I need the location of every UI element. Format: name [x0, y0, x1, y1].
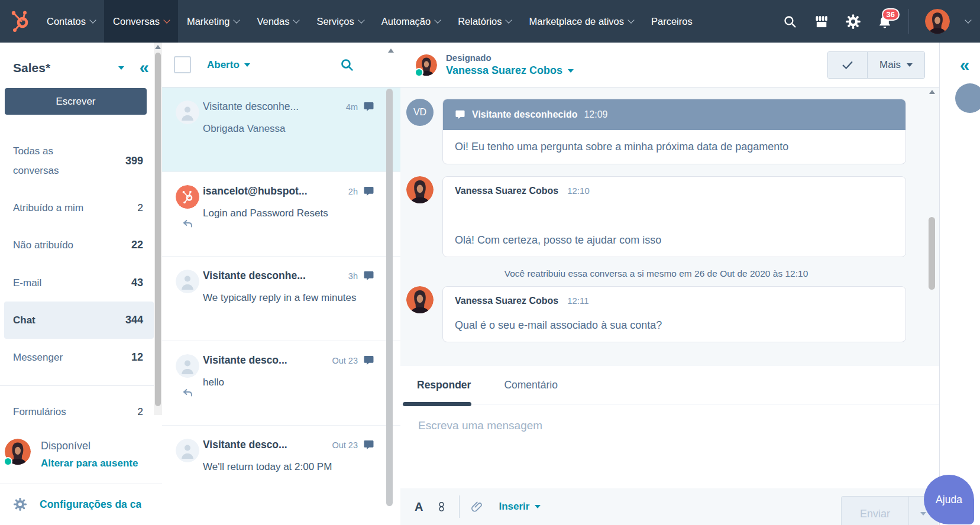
filter-assigned-to-me[interactable]: Atribuído a mim 2 — [0, 189, 162, 226]
nav-item-contatos[interactable]: Contatos — [38, 0, 104, 43]
nav-item-marketing[interactable]: Marketing — [178, 0, 248, 43]
agent-message: Vanessa Suarez Cobos 12:10 Olá! Com cert… — [406, 176, 906, 257]
conversation-name: Visitante desco... — [203, 354, 326, 367]
marketplace-icon[interactable] — [813, 14, 829, 30]
scroll-up-arrow-icon[interactable] — [155, 45, 161, 49]
conversation-time: 4m — [346, 102, 358, 112]
thread-scrollbar-thumb[interactable] — [929, 217, 935, 290]
status-filter-dropdown[interactable]: Aberto — [207, 59, 250, 71]
conversation-preview: hello — [203, 374, 374, 390]
inbox-settings-row: Configurações da ca — [0, 484, 162, 511]
tab-responder[interactable]: Responder — [417, 379, 471, 391]
chevron-down-icon — [163, 17, 170, 23]
conversation-list-scrollbar-thumb[interactable] — [386, 89, 393, 506]
message-sender: Vanessa Suarez Cobos — [455, 186, 558, 196]
chevron-down-icon — [628, 17, 634, 23]
sidebar-scrollbar-thumb[interactable] — [155, 53, 161, 406]
search-conversations-icon[interactable] — [339, 57, 354, 72]
search-icon[interactable] — [782, 14, 797, 29]
message-time: 12:09 — [584, 109, 607, 120]
workspace-title: Sales* — [13, 61, 50, 75]
assignee-dropdown[interactable]: Vanessa Suarez Cobos — [446, 64, 574, 77]
link-icon[interactable] — [436, 500, 447, 513]
tab-comentario[interactable]: Comentário — [504, 379, 557, 391]
insert-dropdown[interactable]: Inserir — [499, 501, 541, 513]
settings-gear-icon[interactable] — [845, 14, 861, 30]
scroll-up-arrow-icon[interactable] — [388, 48, 394, 53]
caret-down-icon — [244, 63, 250, 67]
attachment-paperclip-icon[interactable] — [471, 500, 484, 513]
send-button[interactable]: Enviar — [842, 497, 908, 525]
nav-item-marketplace[interactable]: Marketplace de ativos — [520, 0, 642, 43]
message-sender: Visitante desconhecido — [472, 109, 577, 120]
scroll-up-arrow-icon[interactable] — [929, 90, 935, 94]
nav-item-parceiros[interactable]: Parceiros — [642, 0, 697, 43]
panel-collapse-icon[interactable]: « — [940, 43, 980, 74]
conversation-list-item[interactable]: Visitante desconhe... 3h We typically re… — [162, 257, 400, 341]
filter-email[interactable]: E-mail 43 — [0, 264, 162, 302]
send-button-group: Enviar — [841, 496, 937, 525]
visitor-initials-avatar: VD — [406, 99, 434, 126]
filter-chat[interactable]: Chat 344 — [4, 302, 154, 339]
agent-avatar — [406, 286, 434, 313]
message-time: 12:11 — [567, 296, 588, 306]
compose-button[interactable]: Escrever — [5, 88, 147, 115]
chevron-down-icon — [358, 17, 364, 23]
filter-all-conversations[interactable]: Todas as conversas 399 — [0, 132, 162, 189]
settings-gear-icon — [13, 497, 27, 511]
caret-down-icon — [907, 63, 913, 67]
sidebar-collapse-icon[interactable]: « — [140, 59, 148, 76]
user-avatar[interactable] — [925, 9, 950, 34]
availability-toggle-link[interactable]: Alterar para ausente — [41, 458, 138, 469]
chat-bubble-icon — [363, 270, 374, 281]
chevron-down-icon — [506, 17, 512, 23]
nav-divider — [908, 9, 909, 34]
chevron-down-icon[interactable] — [965, 17, 971, 23]
nav-item-vendas[interactable]: Vendas — [248, 0, 308, 43]
notification-count-badge: 36 — [882, 8, 900, 21]
conversation-name: Visitante desconhe... — [203, 270, 343, 282]
visitor-avatar — [176, 270, 199, 293]
thread-header: Designado Vanessa Suarez Cobos Mais — [400, 43, 939, 88]
mark-closed-button[interactable] — [828, 52, 867, 78]
more-actions-button[interactable]: Mais — [867, 52, 924, 78]
chevron-down-icon — [293, 17, 300, 23]
conversation-list-item[interactable]: Visitante desconhe... 4m Obrigada Vaness… — [162, 88, 400, 172]
message-text: Qual é o seu e-mail associado à sua cont… — [455, 319, 894, 332]
nav-item-relatorios[interactable]: Relatórios — [449, 0, 520, 43]
filter-messenger[interactable]: Messenger 12 — [0, 339, 162, 376]
conversation-preview: We typically reply in a few minutes — [203, 290, 374, 306]
text-format-icon[interactable]: A — [415, 500, 423, 514]
workspace-dropdown-caret-icon[interactable] — [118, 66, 124, 70]
nav-item-conversas[interactable]: Conversas — [104, 0, 178, 43]
conversation-time: 2h — [348, 187, 358, 196]
nav-item-servicos[interactable]: Serviços — [308, 0, 372, 43]
conversation-list-item[interactable]: isancelot@hubspot... 2h Login and Passwo… — [162, 172, 400, 257]
conversation-list: Aberto Visitante desconhe... 4m Obriga — [162, 43, 401, 525]
select-all-checkbox[interactable] — [174, 56, 191, 73]
hubspot-logo-icon[interactable] — [0, 0, 38, 43]
message-text: Oi! Eu tenho uma pergunta sobre a minha … — [443, 130, 905, 164]
conversation-name: Visitante desco... — [203, 439, 326, 451]
reply-arrow-icon — [182, 219, 194, 232]
inbox-settings-link[interactable]: Configurações da ca — [40, 498, 141, 511]
chevron-down-icon — [234, 17, 240, 23]
sidebar-scrollbar[interactable] — [154, 43, 162, 415]
conversation-preview: Login and Password Resets — [203, 205, 374, 221]
agent-avatar — [406, 176, 434, 203]
filter-unassigned[interactable]: Não atribuído 22 — [0, 226, 162, 264]
notifications-bell-icon[interactable]: 36 — [877, 14, 892, 29]
online-status-dot — [4, 457, 12, 466]
filter-forms[interactable]: Formulários 2 — [0, 393, 162, 430]
conversation-preview: Obrigada Vanessa — [203, 121, 374, 137]
message-input[interactable] — [417, 419, 892, 433]
message-sender: Vanessa Suarez Cobos — [455, 296, 558, 306]
conversation-list-item[interactable]: Visitante desco... Out 23 We'll return t… — [162, 426, 400, 510]
conversation-preview: We'll return today at 2:00 PM — [203, 459, 374, 475]
system-event-text: Você reatribuiu essa conversa a si mesmo… — [406, 268, 906, 279]
thread-actions: Mais — [827, 51, 925, 79]
nav-item-automacao[interactable]: Automação — [373, 0, 449, 43]
help-button[interactable]: Ajuda — [924, 475, 974, 524]
conversation-time: Out 23 — [332, 356, 358, 365]
conversation-list-item[interactable]: Visitante desco... Out 23 hello — [162, 341, 400, 426]
